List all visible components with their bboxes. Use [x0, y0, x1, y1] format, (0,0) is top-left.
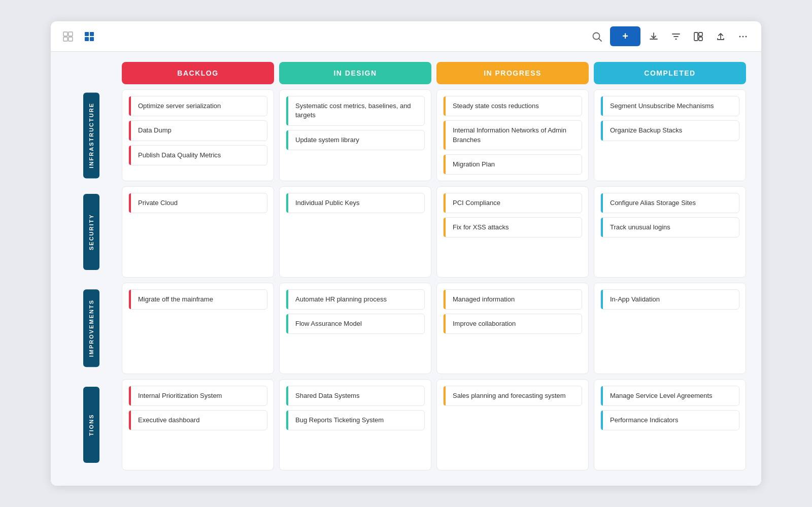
- board: BACKLOG IN DESIGN IN PROGRESS COMPLETED …: [51, 52, 761, 486]
- card-executive-dash[interactable]: Executive dashboard: [128, 410, 267, 430]
- card-manage-sla[interactable]: Manage Service Level Agreements: [600, 386, 739, 406]
- card-improve-collab[interactable]: Improve collaboration: [443, 314, 582, 334]
- card-steady-state[interactable]: Steady state costs reductions: [443, 96, 582, 116]
- app-container: +: [51, 21, 761, 486]
- toolbar: +: [51, 21, 761, 52]
- cell-tions-in-design: Shared Data Systems Bug Reports Ticketin…: [279, 379, 431, 470]
- card-publish-data[interactable]: Publish Data Quality Metrics: [128, 145, 267, 165]
- cell-security-backlog: Private Cloud: [122, 186, 274, 278]
- cell-improvements-backlog: Migrate off the mainframe: [122, 283, 274, 374]
- cell-improvements-in-design: Automate HR planning process Flow Assura…: [279, 283, 431, 374]
- cell-security-in-design: Individual Public Keys: [279, 186, 431, 278]
- svg-rect-11: [699, 32, 702, 36]
- cell-security-completed: Configure Alias Storage Sites Track unus…: [594, 186, 746, 278]
- svg-rect-2: [63, 37, 67, 41]
- row-label-cell-tions: TIONS: [66, 379, 117, 470]
- card-private-cloud[interactable]: Private Cloud: [128, 193, 267, 213]
- row-improvements: IMPROVEMENTS Migrate off the mainframe A…: [66, 283, 746, 374]
- cell-infrastructure-completed: Segment Unsubscribe Mechanisms Organize …: [594, 89, 746, 181]
- card-optimize-server[interactable]: Optimize server serialization: [128, 96, 267, 116]
- toolbar-left: [60, 28, 97, 45]
- download-icon[interactable]: [645, 27, 663, 46]
- layout-icon[interactable]: [689, 27, 707, 46]
- card-individual-keys[interactable]: Individual Public Keys: [286, 193, 425, 213]
- cell-tions-completed: Manage Service Level Agreements Performa…: [594, 379, 746, 470]
- svg-rect-6: [85, 37, 89, 41]
- card-update-system[interactable]: Update system library: [286, 130, 425, 150]
- more-icon[interactable]: [734, 27, 752, 46]
- row-tions: TIONS Internal Prioritization System Exe…: [66, 379, 746, 470]
- row-label-tions: TIONS: [83, 387, 99, 463]
- svg-point-13: [739, 36, 741, 37]
- row-label-cell-improvements: IMPROVEMENTS: [66, 283, 117, 374]
- row-label-cell-infrastructure: INFRASTRUCTURE: [66, 89, 117, 181]
- card-inapp-validation[interactable]: In-App Validation: [600, 289, 739, 310]
- cell-improvements-in-progress: Managed information Improve collaboratio…: [436, 283, 589, 374]
- svg-rect-4: [85, 32, 89, 36]
- search-icon[interactable]: [588, 27, 606, 46]
- row-label-cell-security: SECURITY: [66, 186, 117, 278]
- svg-point-14: [742, 36, 744, 37]
- toolbar-right: +: [588, 26, 752, 46]
- tile-view-icon[interactable]: [81, 28, 97, 45]
- col-header-in-progress: IN PROGRESS: [436, 62, 589, 84]
- col-header-backlog: BACKLOG: [122, 62, 274, 84]
- card-segment-unsub[interactable]: Segment Unsubscribe Mechanisms: [600, 96, 739, 116]
- svg-rect-1: [69, 32, 73, 36]
- svg-rect-3: [69, 37, 73, 41]
- card-automate-hr[interactable]: Automate HR planning process: [286, 289, 425, 310]
- cell-infrastructure-in-design: Systematic cost metrics, baselines, and …: [279, 89, 431, 181]
- card-systematic-cost[interactable]: Systematic cost metrics, baselines, and …: [286, 96, 425, 125]
- card-track-logins[interactable]: Track unusual logins: [600, 217, 739, 238]
- card-migration-plan[interactable]: Migration Plan: [443, 154, 582, 175]
- card-data-dump[interactable]: Data Dump: [128, 120, 267, 141]
- col-header-completed: COMPLETED: [594, 62, 746, 84]
- filter-icon[interactable]: [667, 27, 685, 46]
- svg-rect-7: [90, 37, 94, 41]
- row-label-improvements: IMPROVEMENTS: [83, 289, 99, 367]
- board-rows: INFRASTRUCTURE Optimize server serializa…: [66, 89, 746, 470]
- svg-rect-0: [63, 32, 67, 36]
- card-managed-info[interactable]: Managed information: [443, 289, 582, 310]
- cell-infrastructure-in-progress: Steady state costs reductions Internal I…: [436, 89, 589, 181]
- add-button[interactable]: +: [610, 26, 640, 46]
- row-security: SECURITY Private Cloud Individual Public…: [66, 186, 746, 278]
- cell-tions-in-progress: Sales planning and forecasting system: [436, 379, 589, 470]
- card-fix-xss[interactable]: Fix for XSS attacks: [443, 217, 582, 238]
- card-shared-data[interactable]: Shared Data Systems: [286, 386, 425, 406]
- board-header: BACKLOG IN DESIGN IN PROGRESS COMPLETED: [66, 62, 746, 84]
- svg-rect-12: [699, 37, 702, 41]
- row-label-infrastructure: INFRASTRUCTURE: [83, 92, 99, 178]
- cell-infrastructure-backlog: Optimize server serialization Data Dump …: [122, 89, 274, 181]
- card-perf-indicators[interactable]: Performance Indicators: [600, 410, 739, 430]
- row-label-security: SECURITY: [83, 194, 99, 270]
- svg-line-9: [599, 39, 601, 41]
- card-migrate-mainframe[interactable]: Migrate off the mainframe: [128, 289, 267, 310]
- card-internal-info[interactable]: Internal Information Networks of Admin B…: [443, 120, 582, 150]
- card-configure-alias[interactable]: Configure Alias Storage Sites: [600, 193, 739, 213]
- card-pci-compliance[interactable]: PCI Compliance: [443, 193, 582, 213]
- card-internal-prio[interactable]: Internal Prioritization System: [128, 386, 267, 406]
- cell-improvements-completed: In-App Validation: [594, 283, 746, 374]
- grid-view-icon[interactable]: [60, 28, 76, 45]
- cell-security-in-progress: PCI Compliance Fix for XSS attacks: [436, 186, 589, 278]
- card-bug-reports[interactable]: Bug Reports Ticketing System: [286, 410, 425, 430]
- cell-tions-backlog: Internal Prioritization System Executive…: [122, 379, 274, 470]
- svg-rect-10: [694, 32, 698, 41]
- col-header-in-design: IN DESIGN: [279, 62, 431, 84]
- card-sales-planning[interactable]: Sales planning and forecasting system: [443, 386, 582, 406]
- card-organize-backup[interactable]: Organize Backup Stacks: [600, 120, 739, 141]
- svg-point-15: [746, 36, 747, 37]
- row-infrastructure: INFRASTRUCTURE Optimize server serializa…: [66, 89, 746, 181]
- card-flow-assurance[interactable]: Flow Assurance Model: [286, 314, 425, 334]
- share-icon[interactable]: [712, 27, 730, 46]
- svg-rect-5: [90, 32, 94, 36]
